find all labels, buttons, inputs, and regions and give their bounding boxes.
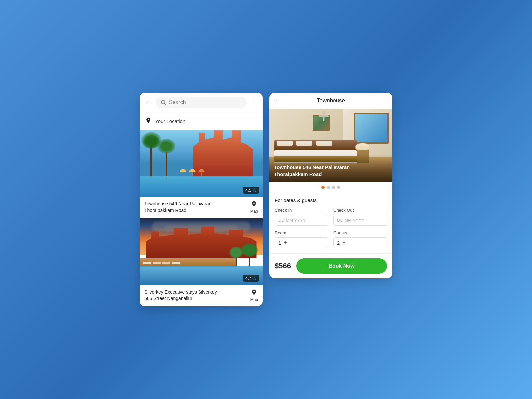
search-input-wrap [156, 97, 247, 108]
hotel-2-map-button[interactable]: Map [250, 289, 258, 302]
image-dots [269, 182, 392, 192]
guests-plus-button[interactable]: + [342, 240, 345, 246]
hotel-1-rating: 4.5 ☆ [243, 187, 259, 194]
room-label: Room [275, 230, 328, 235]
star-icon: ☆ [253, 188, 257, 193]
detail-title: Townhouse [317, 97, 345, 104]
room-counter: 1 + [275, 237, 328, 248]
svg-line-1 [164, 104, 166, 105]
search-input[interactable] [169, 99, 242, 105]
guests-label: Guests [333, 230, 387, 235]
dot-3[interactable] [332, 186, 335, 189]
checkin-field: Check In DD MM YYYY [275, 208, 328, 226]
location-pin-icon [145, 117, 152, 125]
booking-section: For dates & guests Check In DD MM YYYY C… [269, 192, 392, 253]
hotel-card-1[interactable]: 4.5 ☆ Townhouse 546 Near Pallavaran Thor… [140, 130, 263, 218]
map-pin-icon-1 [251, 201, 257, 208]
detail-overlay-text: Townhouse 546 Near Pallavaran Thoraipakk… [274, 164, 388, 178]
checkout-label: Check Out [333, 208, 387, 213]
dot-1[interactable] [321, 186, 325, 189]
dot-2[interactable] [327, 186, 330, 189]
room-plus-button[interactable]: + [284, 240, 287, 246]
guests-field: Guests 2 + [333, 230, 387, 248]
book-now-button[interactable]: Book Now [296, 258, 387, 274]
guests-counter: 2 + [333, 237, 387, 248]
price-display: $566 [275, 262, 291, 270]
room-field: Room 1 + [275, 230, 328, 248]
checkout-input[interactable]: DD MM YYYY [333, 215, 387, 226]
location-text: Your Location [155, 118, 185, 124]
dates-row: Check In DD MM YYYY Check Out DD MM YYYY [275, 208, 387, 226]
star-icon-2: ☆ [253, 276, 257, 281]
hotel-card-2[interactable]: 4.7 ☆ Silverkey Executive stays Silverke… [140, 218, 263, 306]
hotel-2-info: Silverkey Executive stays Silverkey 565 … [140, 285, 263, 306]
search-bar: ← ⋮ [140, 93, 263, 112]
detail-back-button[interactable]: ← [274, 97, 281, 105]
detail-image: Townhouse 546 Near Pallavaran Thoraipakk… [269, 109, 392, 182]
search-icon [160, 99, 166, 105]
hotel-1-info: Townhouse 546 Near Pallavaran Thoraipakk… [140, 197, 263, 218]
location-row[interactable]: Your Location [140, 112, 263, 130]
hotel-image-1: 4.5 ☆ [140, 130, 263, 197]
left-panel: ← ⋮ Your Location [140, 93, 263, 306]
room-value: 1 [278, 240, 281, 246]
hotel-1-map-button[interactable]: Map [250, 201, 258, 214]
checkin-label: Check In [275, 208, 328, 213]
dot-4[interactable] [337, 186, 340, 189]
hotel-2-rating: 4.7 ☆ [243, 275, 259, 282]
hotel-2-name: Silverkey Executive stays Silverkey 565 … [144, 289, 217, 302]
back-button[interactable]: ← [144, 97, 153, 108]
right-panel: ← Townhouse [269, 93, 392, 278]
hotel-1-name: Townhouse 546 Near Pallavaran Thoraipakk… [144, 201, 211, 214]
checkin-input[interactable]: DD MM YYYY [275, 215, 328, 226]
hotel-image-2: 4.7 ☆ [140, 218, 263, 285]
dates-guests-label: For dates & guests [275, 198, 387, 203]
checkout-field: Check Out DD MM YYYY [333, 208, 387, 226]
book-bar: $566 Book Now [269, 253, 392, 278]
detail-header: ← Townhouse [269, 93, 392, 109]
guests-value: 2 [337, 240, 340, 246]
more-options-button[interactable]: ⋮ [249, 97, 259, 108]
room-guests-row: Room 1 + Guests 2 + [275, 230, 387, 248]
map-pin-icon-2 [251, 289, 257, 297]
